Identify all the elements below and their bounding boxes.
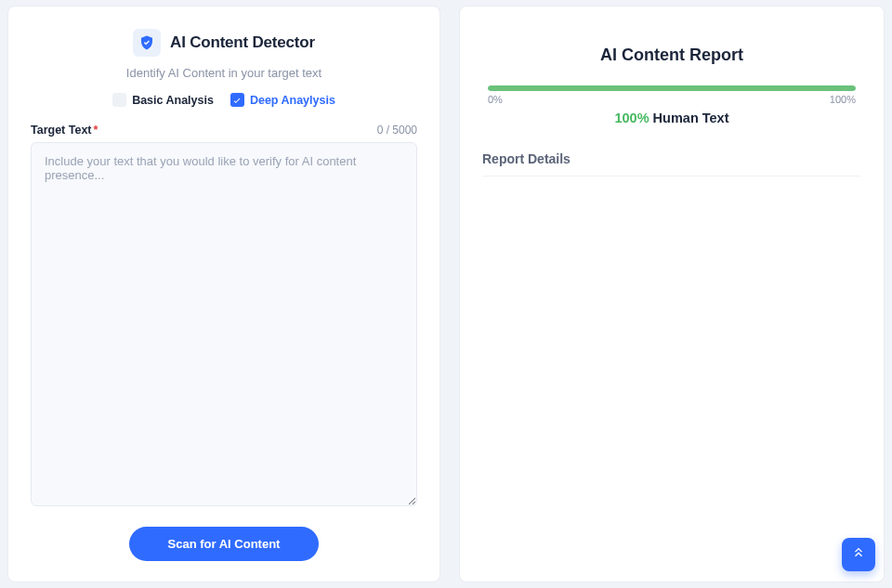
result-label: Human Text bbox=[653, 111, 729, 125]
tab-deep-analysis[interactable]: Deep Anaylysis bbox=[230, 93, 335, 107]
detector-header: AI Content Detector Identify AI Content … bbox=[31, 27, 417, 118]
progress-max-label: 100% bbox=[830, 94, 856, 105]
tab-basic-analysis[interactable]: Basic Analysis bbox=[112, 93, 214, 107]
target-text-label: Target Text* bbox=[31, 124, 98, 137]
target-text-input[interactable] bbox=[31, 142, 417, 506]
tab-deep-label: Deep Anaylysis bbox=[250, 94, 335, 107]
required-asterisk: * bbox=[94, 124, 98, 137]
progress-bar bbox=[488, 85, 856, 91]
scroll-to-top-button[interactable] bbox=[842, 538, 875, 571]
detector-subtitle: Identify AI Content in your target text bbox=[31, 66, 417, 80]
report-details-heading: Report Details bbox=[482, 151, 861, 176]
char-count: 0 / 5000 bbox=[377, 124, 417, 137]
detector-panel: AI Content Detector Identify AI Content … bbox=[7, 6, 440, 582]
report-title: AI Content Report bbox=[482, 46, 861, 65]
result-line: 100% Human Text bbox=[488, 111, 856, 125]
progress-min-label: 0% bbox=[488, 94, 503, 105]
scan-button[interactable]: Scan for AI Content bbox=[129, 527, 320, 561]
chevrons-up-icon bbox=[851, 545, 866, 564]
checkbox-unchecked-icon bbox=[112, 93, 126, 107]
result-percent: 100% bbox=[614, 111, 649, 125]
progress-area: 0% 100% 100% Human Text bbox=[482, 85, 861, 125]
detector-title: AI Content Detector bbox=[170, 33, 315, 52]
progress-fill bbox=[488, 85, 856, 91]
tab-basic-label: Basic Analysis bbox=[132, 94, 214, 107]
shield-check-icon bbox=[133, 29, 161, 57]
report-panel: AI Content Report 0% 100% 100% Human Tex… bbox=[459, 6, 885, 582]
checkbox-checked-icon bbox=[230, 93, 244, 107]
analysis-tabs: Basic Analysis Deep Anaylysis bbox=[31, 93, 417, 107]
